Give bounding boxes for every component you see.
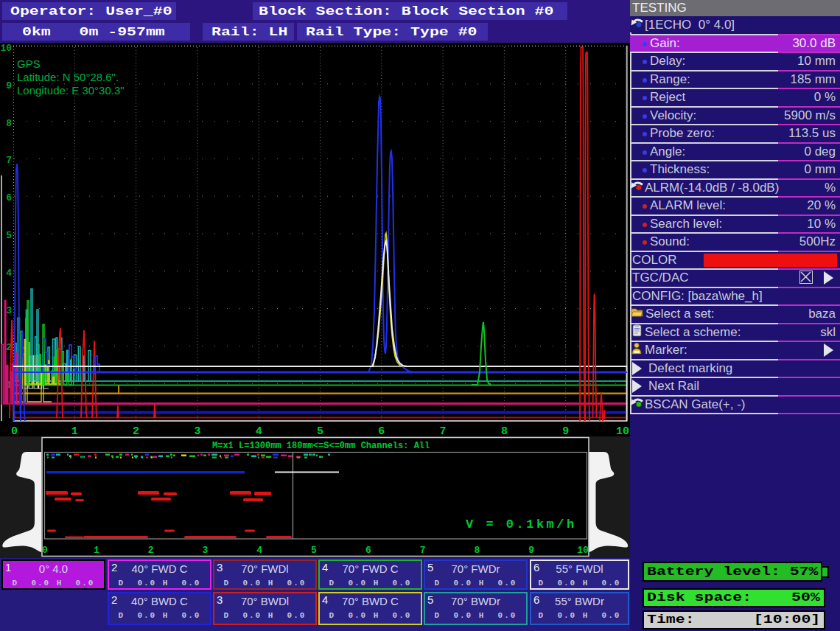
svg-text:2: 2 [148,545,154,556]
svg-text:5: 5 [317,425,323,436]
svg-text:8: 8 [474,545,480,556]
svg-text:6: 6 [378,425,385,436]
svg-text:4: 4 [256,545,262,556]
svg-text:Latitude: N 50°28.6".: Latitude: N 50°28.6". [17,71,119,83]
svg-text:6: 6 [6,192,12,203]
svg-text:1: 1 [71,425,78,436]
svg-text:5: 5 [311,545,317,556]
svg-text:2: 2 [133,425,139,436]
svg-text:7: 7 [420,545,426,556]
svg-text:4: 4 [6,268,12,279]
svg-text:10: 10 [616,425,629,436]
svg-text:V = 0.1km/h: V = 0.1km/h [466,517,577,531]
svg-text:9: 9 [562,425,569,436]
svg-text:GPS: GPS [17,57,41,70]
svg-text:10: 10 [577,545,589,556]
svg-text:0: 0 [42,545,48,556]
svg-text:5: 5 [6,230,12,241]
svg-text:9: 9 [528,545,534,556]
svg-text:6: 6 [365,545,371,556]
svg-text:4: 4 [256,425,262,436]
svg-text:Longitude: E 30°30.3": Longitude: E 30°30.3" [17,84,125,97]
svg-text:1: 1 [94,545,99,556]
svg-text:7: 7 [6,155,12,166]
svg-text:8: 8 [6,118,12,129]
svg-text:3: 3 [202,545,208,556]
svg-text:9: 9 [6,80,12,91]
svg-text:M=x1 L=1300mm 180mm<=S<=0mm C: M=x1 L=1300mm 180mm<=S<=0mm Channels: Al… [212,441,430,451]
svg-text:8: 8 [501,425,508,436]
svg-text:10: 10 [0,43,12,54]
svg-text:0: 0 [11,425,18,436]
svg-text:7: 7 [440,425,447,436]
svg-text:3: 3 [6,305,12,316]
svg-text:3: 3 [194,425,200,436]
